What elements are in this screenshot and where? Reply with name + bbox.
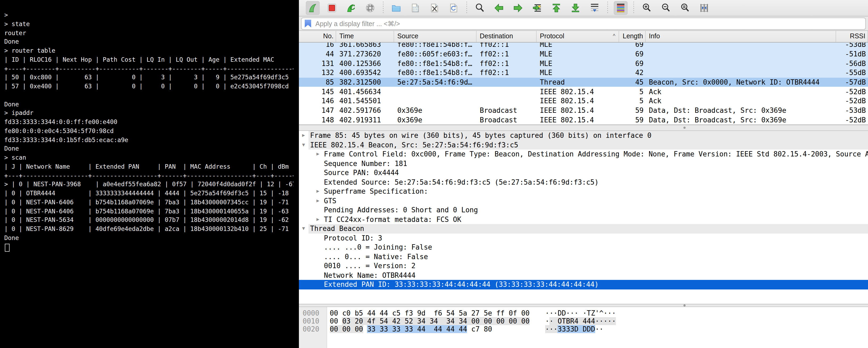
expanded-arrow-icon[interactable]: ▼ (302, 140, 305, 149)
splitter-handle-icon (683, 304, 686, 307)
find-packet-button[interactable] (473, 1, 487, 15)
toolbar-separator (466, 2, 467, 14)
packet-cell-protocol: IEEE 802.15.4 (537, 107, 619, 114)
packet-row-131[interactable]: 131400.125366fe80::f8e1:54b8:f…ff02::1ML… (299, 59, 868, 68)
zoom-100-button[interactable] (678, 1, 692, 15)
toolbar-separator (383, 2, 383, 14)
detail-row[interactable]: ▶GTS (299, 196, 868, 205)
pane-splitter-list-details[interactable] (299, 124, 868, 131)
column-header-rssi[interactable]: RSSI (836, 31, 868, 42)
column-header-destination[interactable]: Destination (476, 31, 537, 42)
zoom-in-button[interactable] (640, 1, 654, 15)
packet-row-148[interactable]: 148402.9193110x369eBroadcastIEEE 802.15.… (299, 115, 868, 124)
detail-row[interactable]: ▼IEEE 802.15.4 Beacon, Src: 5e:27:5a:54:… (299, 140, 868, 149)
detail-row[interactable]: Source PAN: 0x4444 (299, 168, 868, 177)
collapsed-arrow-icon[interactable]: ▶ (316, 196, 319, 205)
close-file-button[interactable] (428, 1, 441, 15)
column-header-label: Source (397, 32, 418, 40)
auto-scroll-button[interactable] (588, 1, 601, 15)
detail-row[interactable]: ▶Frame 85: 45 bytes on wire (360 bits), … (299, 131, 868, 140)
detail-row[interactable]: Sequence Number: 181 (299, 159, 868, 168)
detail-row-selected[interactable]: Extended PAN ID: 33:33:33:33:44:44:44:44… (299, 280, 868, 289)
previous-packet-button[interactable] (492, 1, 506, 15)
detail-text: Extended Source: 5e:27:5a:54:f6:9d:f3:c5… (324, 178, 599, 186)
start-capture-icon (307, 3, 318, 13)
packet-cell-length: 59 (619, 107, 646, 114)
column-header-source[interactable]: Source (394, 31, 476, 42)
zoom-out-button[interactable] (659, 1, 673, 15)
hex-row[interactable]: 001000 03 20 4f 54 42 52 34 34 34 34 00 … (299, 317, 868, 325)
packet-cell-no: 145 (299, 88, 336, 96)
packet-cell-length: 69 (619, 42, 646, 49)
packet-cell-source: 5e:27:5a:54:f6:9d… (394, 78, 476, 86)
reload-file-button[interactable] (447, 1, 461, 15)
packet-cell-rssi: -52dB (836, 97, 868, 105)
detail-row[interactable]: Protocol ID: 3 (299, 233, 868, 243)
display-filter-input[interactable]: Apply a display filter ... <⌘/> (301, 17, 866, 30)
column-header-length[interactable]: Length (619, 31, 646, 42)
column-header-info[interactable]: Info (646, 31, 836, 42)
collapsed-arrow-icon[interactable]: ▶ (316, 187, 319, 196)
hex-bytes[interactable]: 00 00 00 33 33 33 33 44 44 44 44 c7 80 (330, 325, 492, 333)
terminal-line: router (4, 29, 26, 36)
packet-row-145[interactable]: 145401.456634IEEE 802.15.45Ack-52dB (299, 87, 868, 96)
expanded-arrow-icon[interactable]: ▼ (302, 224, 305, 233)
column-header-protocol[interactable]: Protocol^ (537, 31, 619, 42)
detail-row[interactable]: ▼Thread Beacon (299, 224, 868, 233)
packet-cell-length: 45 (619, 78, 646, 86)
packet-row-132[interactable]: 132400.693542fe80::f8e1:54b8:f…ff02::1ML… (299, 68, 868, 78)
detail-row[interactable]: .... ...0 = Joining: False (299, 243, 868, 252)
packet-row-16[interactable]: 16361.665863fe80::f8e1:54b8:f…ff02::1MLE… (299, 42, 868, 49)
packet-cell-protocol: MLE (537, 42, 619, 49)
packet-row-85[interactable]: 85382.3125005e:27:5a:54:f6:9d…Thread45Be… (299, 78, 868, 87)
hex-bytes[interactable]: 00 c0 b5 44 44 c5 f3 9d f6 54 5a 27 5e f… (330, 309, 529, 317)
packet-cell-rssi: -53dB (836, 42, 868, 49)
first-packet-button[interactable] (550, 1, 563, 15)
detail-row[interactable]: Pending Addresses: 0 Short and 0 Long (299, 205, 868, 215)
next-packet-button[interactable] (511, 1, 525, 15)
packet-cell-time: 371.273620 (336, 50, 394, 58)
hex-ascii-segment: · OTBR4 444····· (550, 317, 616, 325)
stop-capture-button[interactable] (325, 1, 339, 15)
packet-cell-destination: ff02::1 (476, 69, 537, 77)
packet-cell-protocol: MLE (537, 69, 619, 77)
restart-capture-button[interactable] (344, 1, 358, 15)
packet-row-147[interactable]: 147402.5917660x369eBroadcastIEEE 802.15.… (299, 106, 868, 115)
detail-row[interactable]: ▶Superframe Specification: (299, 187, 868, 196)
packet-row-146[interactable]: 146401.545501IEEE 802.15.45Ack-52dB (299, 96, 868, 106)
hex-row[interactable]: 002000 00 00 33 33 33 33 44 44 44 44 c7 … (299, 325, 868, 333)
filter-bookmark-icon[interactable] (305, 20, 311, 27)
collapsed-arrow-icon[interactable]: ▶ (316, 215, 319, 224)
terminal-line: Done (4, 38, 19, 46)
collapsed-arrow-icon[interactable]: ▶ (302, 131, 305, 140)
column-header-time[interactable]: Time (336, 31, 394, 42)
colorize-packets-button[interactable] (614, 1, 628, 15)
open-file-button[interactable] (389, 1, 403, 15)
go-to-packet-button[interactable] (530, 1, 544, 15)
detail-row[interactable]: 0010 .... = Version: 2 (299, 261, 868, 270)
detail-row[interactable]: ▶Frame Control Field: 0xc000, Frame Type… (299, 149, 868, 159)
detail-row[interactable]: Network Name: OTBR4444 (299, 270, 868, 280)
detail-row[interactable]: .... 0... = Native: False (299, 252, 868, 261)
packet-cell-destination: ff02::1 (476, 42, 537, 49)
detail-row[interactable]: Extended Source: 5e:27:5a:54:f6:9d:f3:c5… (299, 177, 868, 187)
hex-row[interactable]: 000000 c0 b5 44 44 c5 f3 9d f6 54 5a 27 … (299, 309, 868, 317)
save-file-button[interactable]: 010100110101110 (408, 1, 422, 15)
hex-ascii-selected: 3333D DDD (558, 325, 595, 333)
hex-ascii[interactable]: ···DD··· ·TZ'^··· (545, 309, 616, 317)
packet-row-44[interactable]: 44371.273620fe80::605f:e603:f…ff02::1MLE… (299, 49, 868, 59)
capture-options-button[interactable] (363, 1, 377, 15)
hex-ascii[interactable]: ···3333D DDD·· (545, 325, 603, 333)
detail-text: .... 0... = Native: False (324, 253, 428, 260)
start-capture-button[interactable] (306, 1, 320, 15)
last-packet-button[interactable] (568, 1, 582, 15)
detail-row[interactable]: ▶TI CC24xx-format metadata: FCS OK (299, 215, 868, 224)
hex-bytes[interactable]: 00 03 20 4f 54 42 52 34 34 34 34 00 00 0… (330, 317, 529, 325)
pane-splitter-details-hex[interactable] (299, 304, 868, 307)
packet-cell-source: fe80::f8e1:54b8:f… (394, 59, 476, 67)
resize-columns-button[interactable] (697, 1, 711, 15)
hex-ascii[interactable]: ·· OTBR4 444····· (545, 317, 616, 325)
column-header-no[interactable]: No. (299, 31, 336, 42)
collapsed-arrow-icon[interactable]: ▶ (316, 149, 319, 159)
terminal-window[interactable]: > > state router Done > router table | I… (0, 0, 299, 348)
